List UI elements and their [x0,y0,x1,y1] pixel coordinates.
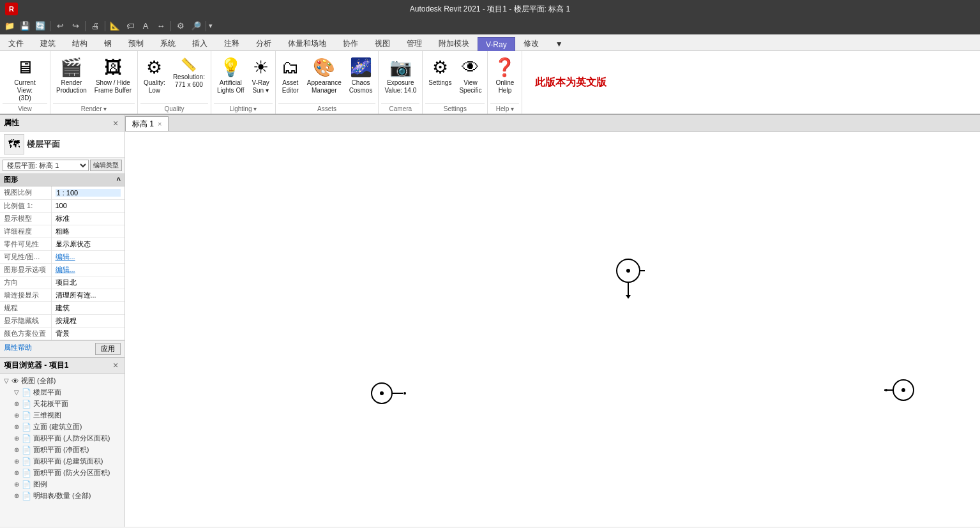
prop-row-graphic: 图形显示选项 编辑... [0,263,124,276]
prop-val-discipline: 建筑 [51,301,124,314]
prop-section-graphics[interactable]: 图形 ^ [0,174,124,186]
lighting-group: 💡 ArtificialLights Off ☀ V-RaySun ▾ Ligh… [211,51,276,114]
online-help-button[interactable]: ❓ OnlineHelp [490,54,519,102]
tree-area-fire[interactable]: ⊕ 📄 面积平面 (防火分区面积) [0,467,124,479]
tab-file[interactable]: 文件 [0,36,32,50]
resolution-icon: 📏 [181,57,197,72]
tree-schedules[interactable]: ⊕ 📄 明细表/数量 (全部) [0,490,124,502]
svg-point-6 [380,391,384,395]
quality-button[interactable]: ⚙ Quality:Low [140,54,169,102]
qa-sync[interactable]: 🔄 [33,19,47,33]
edit-type-button[interactable]: 编辑类型 [90,160,122,171]
tree-area-total[interactable]: ⊕ 📄 面积平面 (总建筑面积) [0,456,124,467]
browser-close-button[interactable]: × [110,360,121,370]
properties-type-row: 🗺 楼层平面 [0,132,124,158]
tab-collab[interactable]: 协作 [335,36,366,50]
qa-measure[interactable]: 📐 [108,19,122,33]
chaos-cosmos-button[interactable]: 🌌 ChaosCosmos [346,54,376,102]
settings-icon: ⚙ [432,57,448,78]
qa-open[interactable]: 📁 [3,19,17,33]
prop-val-scale[interactable] [51,186,124,199]
show-hide-frame-label: Show / HideFrame Buffer [94,79,132,94]
tree-views[interactable]: ▽ 👁 视图 (全部) [0,375,124,387]
tab-extra[interactable]: ▼ [547,36,571,50]
qa-redo[interactable]: ↪ [68,19,82,33]
qa-print[interactable]: 🖨 [88,19,102,33]
camera-group: 📷 ExposureValue: 14.0 Camera [379,51,423,114]
drawing-area[interactable] [125,132,980,527]
view-tab-biaogao1[interactable]: 标高 1 × [125,116,169,131]
tree-3d-views[interactable]: ⊕ 📄 三维视图 [0,410,124,421]
tree-area-net-label: 面积平面 (净面积) [33,445,89,455]
asset-editor-button[interactable]: 🗂 AssetEditor [278,54,303,102]
tree-schedules-label: 明细表/数量 (全部) [33,491,91,501]
tab-struct[interactable]: 结构 [64,36,96,50]
tab-manage[interactable]: 管理 [398,36,430,50]
svg-point-10 [885,389,887,391]
tree-schedules-icon: 📄 [22,492,31,501]
tree-legends-toggle: ⊕ [11,479,22,490]
current-view-button[interactable]: 🖥 Current View:(3D) [3,54,47,102]
appearance-manager-button[interactable]: 🎨 AppearanceManager [304,54,345,102]
visibility-link[interactable]: 编辑... [56,253,75,260]
prop-row-discipline: 规程 建筑 [0,301,124,314]
vray-sun-button[interactable]: ☀ V-RaySun ▾ [249,54,273,102]
settings-button[interactable]: ⚙ Settings [425,54,455,102]
qa-dim[interactable]: ↔ [154,19,168,33]
properties-close-button[interactable]: × [110,118,121,128]
properties-selector[interactable]: 楼层平面: 标高 1 [3,160,89,171]
tab-annotate[interactable]: 注释 [216,36,248,50]
view-specific-button[interactable]: 👁 ViewSpecific [456,54,485,102]
tree-legends-label: 图例 [33,479,47,489]
qa-search[interactable]: 🔎 [189,19,203,33]
prop-val-visibility[interactable]: 编辑... [51,250,124,263]
scale-input[interactable] [56,189,121,197]
exposure-button[interactable]: 📷 ExposureValue: 14.0 [381,54,419,102]
prop-val-model: 标准 [51,212,124,225]
prop-key-color: 颜色方案位置 [0,327,51,340]
tree-elevations[interactable]: ⊕ 📄 立面 (建筑立面) [0,421,124,433]
render-group-content: 🎬 RenderProduction 🖼 Show / HideFrame Bu… [53,54,135,103]
qa-tag[interactable]: 🏷 [123,19,137,33]
tab-modify[interactable]: 修改 [515,36,547,50]
qa-text[interactable]: A [139,19,153,33]
artificial-lights-button[interactable]: 💡 ArtificialLights Off [214,54,248,102]
tree-area-civil-icon: 📄 [22,434,31,443]
qa-settings[interactable]: ⚙ [174,19,188,33]
tab-precast[interactable]: 预制 [120,36,152,50]
tab-addins[interactable]: 附加模块 [430,36,478,50]
show-hide-frame-button[interactable]: 🖼 Show / HideFrame Buffer [91,54,135,102]
tree-floor-plans[interactable]: ▽ 📄 楼层平面 [0,387,124,398]
tree-area-net[interactable]: ⊕ 📄 面积平面 (净面积) [0,444,124,456]
prop-row-visibility: 可见性/图... 编辑... [0,250,124,263]
tab-analyze[interactable]: 分析 [248,36,280,50]
tree-ceiling-plans[interactable]: ⊕ 📄 天花板平面 [0,398,124,410]
tab-massing[interactable]: 体量和场地 [280,36,335,50]
tab-arch[interactable]: 建筑 [32,36,64,50]
properties-apply-button[interactable]: 应用 [95,343,121,355]
render-production-button[interactable]: 🎬 RenderProduction [53,54,90,102]
help-group-content: ❓ OnlineHelp [490,54,519,103]
view-group-content: 🖥 Current View:(3D) [3,54,47,103]
tree-legends[interactable]: ⊕ 📄 图例 [0,479,124,490]
qa-undo[interactable]: ↩ [53,19,67,33]
view-specific-label: ViewSpecific [459,79,481,94]
tab-system[interactable]: 系统 [152,36,184,50]
tab-view[interactable]: 视图 [366,36,398,50]
graphic-link[interactable]: 编辑... [56,266,75,273]
tab-steel[interactable]: 钢 [96,36,120,50]
qa-info: ▾ [209,22,213,30]
prop-val-graphic[interactable]: 编辑... [51,263,124,276]
resolution-button[interactable]: 📏 Resolution:771 x 600 [170,54,208,102]
assets-group-content: 🗂 AssetEditor 🎨 AppearanceManager 🌌 Chao… [278,54,376,103]
qa-save[interactable]: 💾 [18,19,32,33]
prop-val-scaleval: 100 [51,199,124,212]
properties-help-link[interactable]: 属性帮助 [4,343,32,355]
view-tab-close[interactable]: × [158,120,162,128]
tab-insert[interactable]: 插入 [184,36,216,50]
prop-row-scale: 视图比例 [0,186,124,199]
tab-vray[interactable]: V-Ray [478,37,515,51]
viewport-symbol-1 [610,253,649,304]
tree-area-civil[interactable]: ⊕ 📄 面积平面 (人防分区面积) [0,433,124,444]
exposure-icon: 📷 [389,57,412,78]
